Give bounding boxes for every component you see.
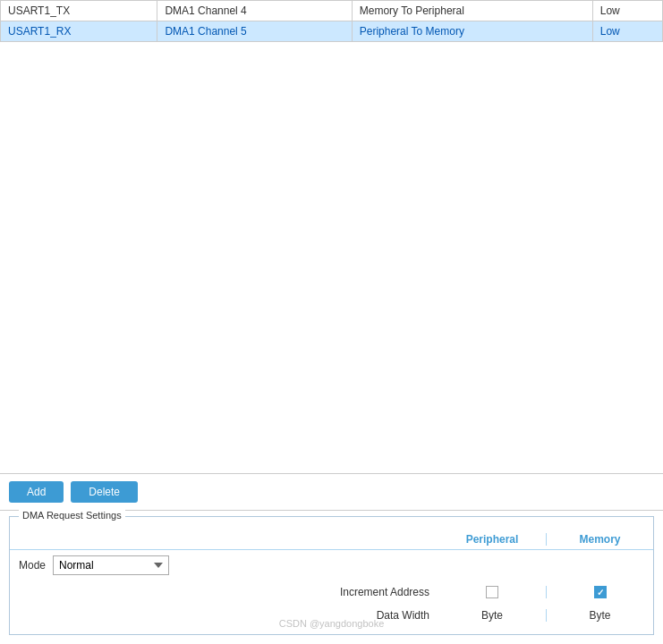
increment-peripheral-checkbox[interactable]: [486, 586, 498, 598]
table-cell: DMA1 Channel 5: [157, 21, 352, 42]
table-cell: Memory To Peripheral: [352, 1, 592, 21]
table-row[interactable]: USART1_RXDMA1 Channel 5Peripheral To Mem…: [1, 21, 663, 42]
data-width-memory-value: Byte: [589, 609, 610, 622]
table-cell: USART1_RX: [1, 21, 157, 42]
col-peripheral-header: Peripheral: [438, 533, 546, 546]
mode-label: Mode: [10, 559, 53, 572]
button-bar: Add Delete: [0, 474, 663, 511]
increment-peripheral-cell: [438, 586, 546, 598]
delete-button[interactable]: Delete: [71, 481, 138, 503]
add-button[interactable]: Add: [9, 481, 64, 503]
data-width-row: Data Width Byte Byte CSDN @yangdongboke: [10, 604, 653, 627]
increment-memory-checkbox[interactable]: [594, 586, 607, 598]
settings-legend-label: DMA Request Settings: [19, 510, 125, 521]
col-memory-header: Memory: [546, 533, 653, 546]
main-content: USART1_TXDMA1 Channel 4Memory To Periphe…: [0, 0, 663, 644]
data-width-label: Data Width: [10, 609, 438, 622]
table-cell: Low: [592, 21, 662, 42]
data-width-memory-cell: Byte: [546, 609, 653, 622]
settings-content: Peripheral Memory Mode NormalCircular In…: [10, 517, 653, 634]
settings-col-headers: Peripheral Memory: [10, 530, 653, 550]
table-cell: USART1_TX: [1, 1, 157, 21]
dma-table-container: USART1_TXDMA1 Channel 4Memory To Periphe…: [0, 0, 663, 474]
increment-memory-cell: [546, 586, 653, 598]
increment-address-row: Increment Address: [10, 580, 653, 604]
data-width-peripheral-cell: Byte: [438, 609, 546, 622]
dma-table: USART1_TXDMA1 Channel 4Memory To Periphe…: [0, 0, 663, 42]
table-cell: Low: [592, 1, 662, 21]
mode-select[interactable]: NormalCircular: [53, 555, 169, 575]
table-cell: Peripheral To Memory: [352, 21, 592, 42]
increment-address-label: Increment Address: [10, 586, 438, 598]
data-width-peripheral-value: Byte: [481, 609, 503, 622]
table-cell: DMA1 Channel 4: [157, 1, 352, 21]
mode-row: Mode NormalCircular: [10, 550, 653, 580]
table-row[interactable]: USART1_TXDMA1 Channel 4Memory To Periphe…: [1, 1, 663, 21]
